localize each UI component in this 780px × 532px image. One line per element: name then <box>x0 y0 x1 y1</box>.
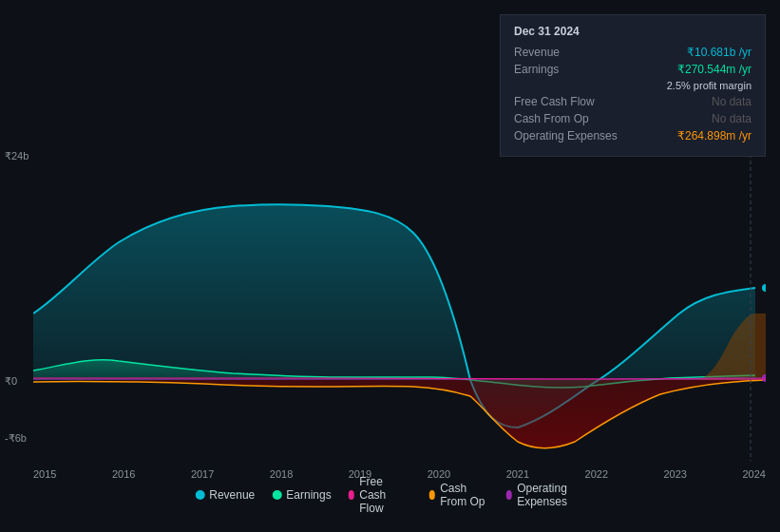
tooltip-label-earnings: Earnings <box>514 63 618 76</box>
legend-label-fcf: Free Cash Flow <box>359 475 411 515</box>
legend-dot-earnings <box>272 490 281 500</box>
y-label-bot: -₹6b <box>5 432 27 445</box>
tooltip-value-earnings: ₹270.544m /yr <box>677 63 751 76</box>
tooltip-row-opex: Operating Expenses ₹264.898m /yr <box>514 129 751 142</box>
legend-dot-cashfromop <box>429 490 436 500</box>
tooltip-value-margin: 2.5% profit margin <box>667 80 751 91</box>
tooltip-value-cashfromop: No data <box>712 112 751 125</box>
tooltip-title: Dec 31 2024 <box>514 25 751 38</box>
legend-item-opex[interactable]: Operating Expenses <box>506 482 585 508</box>
tooltip-value-fcf: No data <box>712 95 751 108</box>
legend-label-cashfromop: Cash From Op <box>440 482 488 508</box>
legend-item-fcf[interactable]: Free Cash Flow <box>349 475 412 515</box>
x-label-2024: 2024 <box>742 468 765 480</box>
legend-item-earnings[interactable]: Earnings <box>272 488 331 502</box>
legend-dot-revenue <box>195 490 204 500</box>
tooltip-row-margin: 2.5% profit margin <box>514 80 751 91</box>
x-label-2016: 2016 <box>112 468 135 480</box>
legend-dot-opex <box>506 490 513 500</box>
legend-label-revenue: Revenue <box>209 488 255 502</box>
legend-label-earnings: Earnings <box>286 488 331 502</box>
tooltip-label-fcf: Free Cash Flow <box>514 95 618 108</box>
tooltip-value-revenue: ₹10.681b /yr <box>687 46 751 59</box>
legend-label-opex: Operating Expenses <box>517 482 585 508</box>
y-label-mid: ₹0 <box>5 375 17 388</box>
tooltip-row-cashfromop: Cash From Op No data <box>514 112 751 125</box>
y-label-top: ₹24b <box>5 150 29 162</box>
tooltip-row-fcf: Free Cash Flow No data <box>514 95 751 108</box>
x-label-2023: 2023 <box>664 468 687 480</box>
tooltip-row-revenue: Revenue ₹10.681b /yr <box>514 46 751 59</box>
x-label-2022: 2022 <box>585 468 608 480</box>
x-label-2015: 2015 <box>33 468 56 480</box>
tooltip-row-earnings: Earnings ₹270.544m /yr <box>514 63 751 76</box>
tooltip-label-revenue: Revenue <box>514 46 618 59</box>
tooltip-value-opex: ₹264.898m /yr <box>677 129 751 142</box>
tooltip-label-cashfromop: Cash From Op <box>514 112 618 125</box>
tooltip-label-opex: Operating Expenses <box>514 129 618 142</box>
legend-dot-fcf <box>349 490 355 500</box>
legend-item-revenue[interactable]: Revenue <box>195 488 255 502</box>
chart-legend: Revenue Earnings Free Cash Flow Cash Fro… <box>195 475 585 515</box>
chart-container: Dec 31 2024 Revenue ₹10.681b /yr Earning… <box>0 0 780 532</box>
tooltip-box: Dec 31 2024 Revenue ₹10.681b /yr Earning… <box>500 14 766 157</box>
legend-item-cashfromop[interactable]: Cash From Op <box>429 482 489 508</box>
chart-svg <box>33 147 766 461</box>
